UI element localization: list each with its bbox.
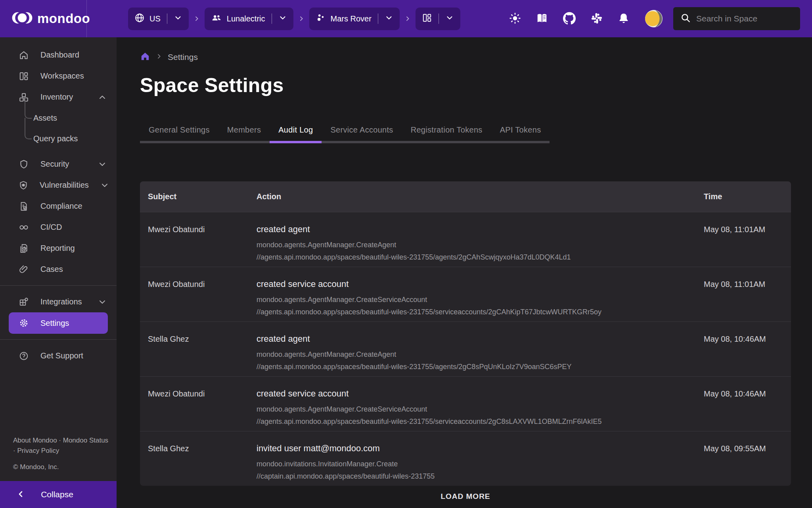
sidebar-item-inventory[interactable]: Inventory — [0, 87, 117, 108]
question-circle-icon — [18, 351, 29, 361]
chevron-down-icon — [445, 13, 454, 24]
user-avatar[interactable] — [645, 10, 663, 28]
space-label: Mars Rover — [331, 14, 372, 23]
breadcrumb-separator-icon — [404, 15, 411, 22]
tab-audit-log[interactable]: Audit Log — [270, 120, 322, 141]
sidebar-item-query-packs[interactable]: Query packs — [0, 128, 117, 149]
sidebar-item-label: Integrations — [40, 297, 82, 306]
theme-toggle-button[interactable] — [509, 12, 521, 25]
sidebar-item-label: Assets — [33, 114, 57, 123]
chevron-down-icon — [98, 297, 107, 307]
sidebar-item-label: Settings — [40, 319, 69, 328]
action-resource: //agents.api.mondoo.app/spaces/beautiful… — [257, 363, 704, 371]
region-selector[interactable]: US — [128, 8, 189, 30]
load-more-button[interactable]: LOAD MORE — [440, 492, 490, 501]
chevron-down-icon — [100, 181, 109, 190]
sidebar: Dashboard Workspaces — [0, 37, 117, 508]
chevron-up-icon — [98, 92, 107, 102]
sidebar-footer: About Mondoo · Mondoo Status · Privacy P… — [0, 435, 117, 481]
collapse-label: Collapse — [25, 490, 89, 499]
collapse-sidebar-button[interactable]: Collapse — [0, 481, 117, 508]
link-separator: · — [59, 437, 61, 444]
document-check-icon — [18, 201, 29, 212]
action-resource: //agents.api.mondoo.app/spaces/beautiful… — [257, 418, 704, 426]
chevron-left-icon — [16, 489, 25, 500]
gear-icon — [18, 318, 29, 328]
sidebar-item-vulnerabilities[interactable]: Vulnerabilities — [0, 175, 117, 196]
table-row: Stella Ghez invited user matt@mondoo.com… — [140, 431, 791, 486]
sidebar-item-label: Workspaces — [40, 71, 84, 81]
topbar-actions — [509, 10, 663, 28]
sidebar-item-security[interactable]: Security — [0, 154, 117, 175]
github-icon — [563, 12, 576, 26]
sidebar-item-get-support[interactable]: Get Support — [0, 345, 117, 366]
action-method: mondoo.agents.AgentManager.CreateService… — [257, 296, 704, 304]
spacer — [0, 149, 117, 154]
row-action: created service account mondoo.agents.Ag… — [257, 279, 704, 320]
pill-divider — [439, 13, 439, 24]
sidebar-divider — [0, 285, 117, 286]
brand-name: mondoo — [37, 11, 90, 26]
tab-registration-tokens[interactable]: Registration Tokens — [402, 120, 491, 141]
sun-icon — [509, 12, 521, 25]
row-time: May 08, 10:46AM — [704, 389, 783, 398]
breadcrumb-separator-icon — [298, 15, 304, 22]
tab-api-tokens[interactable]: API Tokens — [491, 120, 550, 141]
row-subject: Mwezi Obatundi — [148, 224, 257, 234]
sidebar-item-label: Compliance — [40, 202, 82, 211]
sidebar-item-label: Dashboard — [40, 50, 79, 60]
breadcrumb: Settings — [140, 52, 791, 63]
sidebar-item-integrations[interactable]: Integrations — [0, 291, 117, 312]
pill-divider — [378, 13, 378, 24]
action-method: mondoo.invitations.InvitationManager.Cre… — [257, 460, 704, 468]
privacy-policy-link[interactable]: Privacy Policy — [17, 447, 59, 454]
sidebar-item-compliance[interactable]: Compliance — [0, 196, 117, 217]
column-header-time: Time — [704, 192, 783, 201]
pill-divider — [272, 13, 272, 24]
about-mondoo-link[interactable]: About Mondoo — [13, 437, 57, 444]
search-input[interactable] — [696, 14, 804, 23]
footer-links: About Mondoo · Mondoo Status · Privacy P… — [13, 435, 112, 456]
sidebar-item-reporting[interactable]: Reporting — [0, 238, 117, 259]
page-title: Space Settings — [140, 74, 791, 97]
sidebar-item-assets[interactable]: Assets — [0, 108, 117, 128]
github-button[interactable] — [563, 12, 576, 26]
row-action: created service account mondoo.agents.Ag… — [257, 389, 704, 430]
brand[interactable]: mondoo — [0, 0, 87, 37]
breadcrumb-current: Settings — [168, 52, 198, 62]
space-search[interactable] — [673, 7, 800, 30]
row-subject: Mwezi Obatundi — [148, 279, 257, 289]
row-time: May 08, 11:01AM — [704, 279, 783, 289]
infinity-icon — [18, 222, 29, 233]
paperclip-icon — [18, 264, 29, 275]
view-selector[interactable] — [416, 8, 460, 30]
organization-selector[interactable]: Lunalectric — [205, 8, 293, 30]
topbar: mondoo US — [0, 0, 812, 37]
breadcrumb-home-icon[interactable] — [140, 51, 150, 63]
docs-button[interactable] — [536, 12, 548, 25]
tab-service-accounts[interactable]: Service Accounts — [322, 120, 402, 141]
breadcrumb-separator-icon — [156, 53, 162, 61]
action-resource: //agents.api.mondoo.app/spaces/beautiful… — [257, 253, 704, 262]
row-time: May 08, 11:01AM — [704, 224, 783, 234]
action-method: mondoo.agents.AgentManager.CreateAgent — [257, 241, 704, 249]
link-separator: · — [13, 447, 15, 454]
sidebar-item-cicd[interactable]: CI/CD — [0, 217, 117, 238]
sidebar-item-dashboard[interactable]: Dashboard — [0, 44, 117, 65]
globe-icon — [134, 13, 145, 25]
tab-general-settings[interactable]: General Settings — [140, 120, 218, 141]
notifications-button[interactable] — [618, 12, 630, 25]
chevron-down-icon — [98, 160, 107, 169]
grid-layout-icon — [422, 13, 432, 25]
mondoo-status-link[interactable]: Mondoo Status — [63, 437, 108, 444]
sidebar-item-workspaces[interactable]: Workspaces — [0, 65, 117, 87]
row-time: May 08, 09:55AM — [704, 443, 783, 453]
slack-button[interactable] — [591, 12, 603, 25]
space-selector[interactable]: Mars Rover — [309, 8, 400, 30]
tab-members[interactable]: Members — [218, 120, 270, 141]
row-action: invited user matt@mondoo.com mondoo.invi… — [257, 443, 704, 485]
sidebar-item-cases[interactable]: Cases — [0, 259, 117, 280]
sidebar-item-settings[interactable]: Settings — [9, 312, 108, 334]
space-dots-icon — [316, 13, 326, 25]
bug-shield-icon — [18, 180, 29, 190]
